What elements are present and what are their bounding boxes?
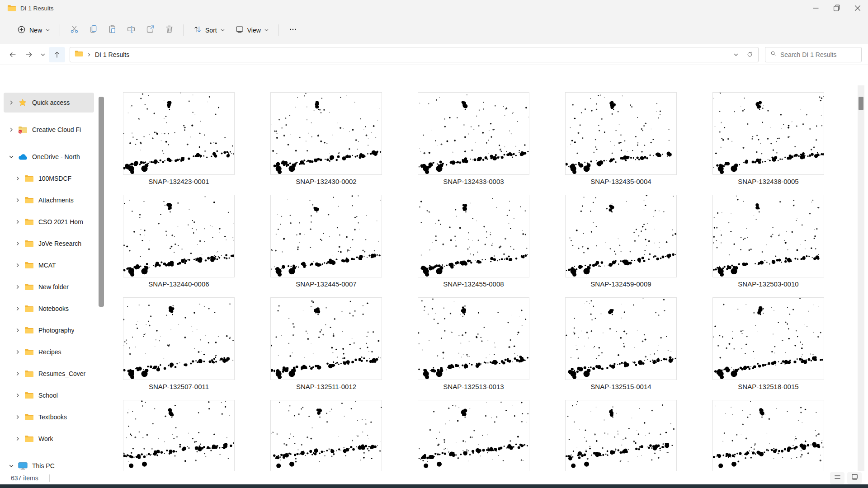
chevron-right-icon[interactable] [13,393,23,398]
forward-button[interactable] [21,47,37,62]
file-item[interactable]: SNAP-132515-0014 [565,297,677,390]
sidebar-item-resumes-cover[interactable]: Resumes_Cover [0,364,108,384]
sidebar-item-notebooks[interactable]: Notebooks [0,299,108,319]
folder-icon [23,175,35,182]
file-name: SNAP-132438-0005 [712,178,824,185]
breadcrumb-chevron-icon [87,52,91,57]
sidebar-item-school[interactable]: School [0,385,108,405]
sidebar-item-textbooks[interactable]: Textbooks [0,407,108,427]
scrollbar-thumb[interactable] [859,97,863,110]
file-name: SNAP-132511-0012 [270,383,382,390]
chevron-right-icon[interactable] [13,176,23,181]
refresh-button[interactable] [743,48,756,61]
sidebar-item-mcat[interactable]: MCAT [0,255,108,275]
chevron-right-icon[interactable] [13,328,23,333]
search-icon [770,50,777,59]
file-item[interactable]: SNAP-132435-0004 [565,92,677,185]
file-thumbnail [123,195,235,277]
sidebar-item-new-folder[interactable]: New folder [0,277,108,297]
new-button[interactable]: New [12,21,55,39]
vertical-scrollbar[interactable] [858,85,864,471]
folder-icon [23,218,35,225]
sidebar-item-label: School [38,392,58,399]
restore-button[interactable] [826,0,847,16]
chevron-right-icon[interactable] [6,127,16,132]
address-dropdown-button[interactable] [729,48,743,61]
large-thumbnails-view-button[interactable] [847,472,862,484]
chevron-down-icon[interactable] [6,154,16,160]
sidebar-item-this-pc[interactable]: This PC [0,456,108,471]
sidebar-item-onedrive-north[interactable]: OneDrive - North [0,147,108,167]
file-name: SNAP-132433-0003 [418,178,529,185]
breadcrumb[interactable]: DI 1 Results [95,51,129,58]
close-button[interactable] [847,0,868,16]
chevron-right-icon[interactable] [13,263,23,268]
file-item[interactable]: SNAP-132518-0015 [712,297,824,390]
file-item[interactable] [565,400,677,471]
file-item[interactable]: SNAP-132507-0011 [123,297,235,390]
sidebar-item-jove-research[interactable]: JoVe Research [0,234,108,253]
paste-button[interactable] [103,22,122,39]
sidebar-item-attachments[interactable]: Attachments [0,190,108,210]
up-button[interactable] [49,47,65,62]
large-thumbnails-view-icon [851,473,859,483]
sidebar-item-creative-cloud-fi[interactable]: Creative Cloud Fi [0,120,108,140]
chevron-right-icon[interactable] [13,197,23,203]
sort-icon [193,25,202,35]
sidebar-item-work[interactable]: Work [0,429,108,449]
file-item[interactable] [123,400,235,471]
folder-icon [23,348,35,356]
file-item[interactable]: SNAP-132438-0005 [712,92,824,185]
sidebar-item-quick-access[interactable]: Quick access [4,93,94,113]
file-item[interactable] [712,400,824,471]
more-options-button[interactable] [283,22,302,39]
view-button[interactable]: View [230,21,274,39]
star-icon [16,99,29,107]
sidebar-scrollbar[interactable] [99,97,104,307]
chevron-right-icon[interactable] [13,306,23,311]
toolbar-divider [60,24,60,36]
address-bar[interactable]: DI 1 Results [70,47,759,62]
chevron-right-icon[interactable] [13,414,23,420]
chevron-right-icon[interactable] [13,284,23,290]
recent-locations-button[interactable] [37,47,49,62]
file-item[interactable]: SNAP-132503-0010 [712,195,824,288]
file-item[interactable]: SNAP-132513-0013 [418,297,529,390]
search-input[interactable] [780,51,862,58]
chevron-down-icon[interactable] [6,463,16,469]
minimize-button[interactable] [806,0,826,16]
chevron-right-icon[interactable] [13,219,23,225]
sidebar-item-cso-2021-hom[interactable]: CSO 2021 Hom [0,212,108,232]
folder-icon [23,305,35,312]
chevron-right-icon[interactable] [13,371,23,376]
file-item[interactable]: SNAP-132445-0007 [270,195,382,288]
file-item[interactable]: SNAP-132423-0001 [123,92,235,185]
sidebar-item-label: Resumes_Cover [38,370,85,377]
sidebar-item-100msdcf[interactable]: 100MSDCF [0,169,108,188]
chevron-right-icon[interactable] [13,349,23,355]
share-button[interactable] [141,22,160,39]
search-box[interactable] [765,47,862,62]
file-item[interactable]: SNAP-132440-0006 [123,195,235,288]
file-item[interactable]: SNAP-132433-0003 [418,92,529,185]
rename-button[interactable] [122,22,141,39]
chevron-down-icon [264,28,269,33]
file-item[interactable]: SNAP-132511-0012 [270,297,382,390]
back-button[interactable] [5,47,21,62]
file-item[interactable] [418,400,529,471]
chevron-right-icon[interactable] [13,241,23,246]
sidebar-item-photography[interactable]: Photography [0,320,108,340]
file-item[interactable]: SNAP-132455-0008 [418,195,529,288]
file-item[interactable] [270,400,382,471]
details-view-button[interactable] [830,472,844,484]
delete-button[interactable] [160,22,179,39]
cut-button[interactable] [65,22,84,39]
copy-button[interactable] [84,22,103,39]
sidebar-item-recipes[interactable]: Recipes [0,342,108,362]
sidebar-item-label: This PC [32,462,55,469]
chevron-right-icon[interactable] [13,436,23,441]
chevron-right-icon[interactable] [6,100,16,105]
file-item[interactable]: SNAP-132430-0002 [270,92,382,185]
sort-button[interactable]: Sort [188,21,230,39]
file-item[interactable]: SNAP-132459-0009 [565,195,677,288]
